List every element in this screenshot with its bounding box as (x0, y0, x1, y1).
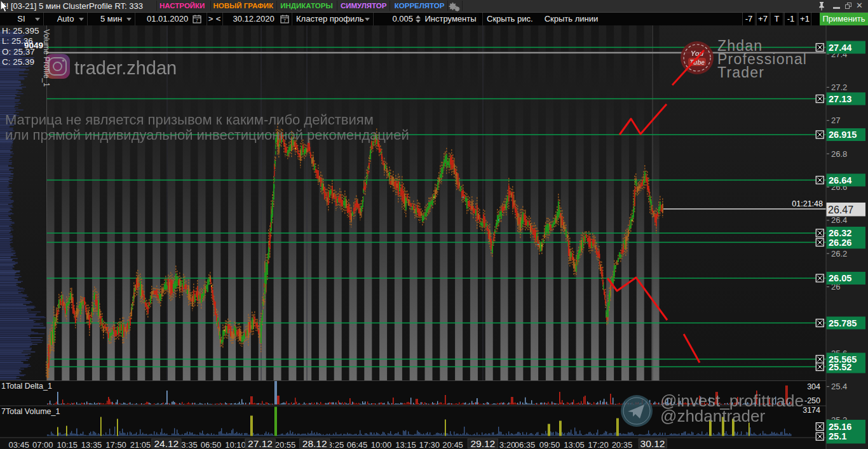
svg-text:trader.zhdan: trader.zhdan (74, 58, 177, 78)
svg-text:26.915: 26.915 (829, 130, 857, 140)
svg-text:17:20: 17:20 (588, 440, 609, 449)
svg-text:29.12: 29.12 (470, 438, 495, 449)
svg-text:06:45: 06:45 (347, 440, 368, 449)
svg-text:26.2: 26.2 (831, 249, 847, 258)
svg-text:26.47: 26.47 (828, 204, 853, 215)
svg-text:26.4: 26.4 (831, 215, 847, 225)
svg-text:28.12: 28.12 (302, 438, 327, 449)
svg-text:@zhdantrader: @zhdantrader (660, 406, 765, 426)
svg-text:06:35: 06:35 (515, 440, 536, 449)
svg-text:17:30: 17:30 (419, 440, 440, 449)
svg-text:20:45: 20:45 (442, 440, 463, 449)
svg-text:3:25: 3:25 (328, 440, 344, 449)
svg-text:27.2: 27.2 (831, 83, 847, 92)
svg-text:13:15: 13:15 (395, 440, 416, 449)
svg-text:3:20: 3:20 (499, 440, 515, 449)
svg-text:10:15: 10:15 (57, 440, 78, 449)
svg-text:26.64: 26.64 (829, 175, 851, 185)
svg-text:7: 7 (196, 18, 198, 22)
svg-text:06:50: 06:50 (201, 440, 222, 449)
svg-text:27.44: 27.44 (829, 43, 851, 53)
svg-text:24.12: 24.12 (154, 438, 179, 449)
svg-text:10:00: 10:00 (371, 440, 392, 449)
svg-text:H: 25.395: H: 25.395 (2, 26, 39, 36)
svg-text:Матрица не является призывом к: Матрица не является призывом к каким-либ… (5, 112, 374, 128)
svg-text:27.13: 27.13 (829, 94, 851, 104)
svg-text:20:55: 20:55 (275, 440, 296, 449)
svg-text:7Total Volume_1: 7Total Volume_1 (1, 407, 60, 416)
svg-text:1Total Delta_1: 1Total Delta_1 (1, 382, 52, 391)
svg-text:Volume Profile_1: Volume Profile_1 (42, 29, 51, 87)
svg-text:26.8: 26.8 (831, 149, 847, 159)
svg-text:30.12: 30.12 (641, 438, 665, 449)
svg-text:Trader: Trader (717, 64, 764, 81)
svg-text:21:05: 21:05 (130, 440, 151, 449)
svg-text:07:00: 07:00 (32, 440, 53, 449)
svg-text:25.4: 25.4 (831, 382, 847, 391)
svg-text:13:35: 13:35 (81, 440, 102, 449)
svg-text:25.52: 25.52 (829, 362, 851, 372)
svg-text:3174: 3174 (803, 406, 820, 415)
svg-text:25.1: 25.1 (829, 431, 846, 441)
svg-text:26.26: 26.26 (829, 238, 851, 248)
svg-text:03:45: 03:45 (8, 440, 29, 449)
svg-text:или прямой индивидуальной инве: или прямой индивидуальной инвестиционной… (5, 127, 409, 143)
svg-text:7: 7 (283, 18, 286, 22)
svg-text:25.16: 25.16 (829, 422, 851, 432)
svg-text:10:10: 10:10 (225, 440, 246, 449)
svg-text:9049: 9049 (24, 41, 43, 50)
svg-text:304: 304 (807, 382, 820, 391)
svg-text:-250: -250 (804, 396, 820, 405)
svg-text:20:35: 20:35 (612, 440, 633, 449)
svg-text:17:50: 17:50 (105, 440, 126, 449)
svg-text:27.12: 27.12 (248, 438, 273, 449)
svg-text:27: 27 (831, 116, 840, 125)
svg-text:13:05: 13:05 (564, 440, 585, 449)
svg-text:26.05: 26.05 (829, 273, 851, 283)
svg-text:C: 25.39: C: 25.39 (2, 57, 34, 67)
svg-text:3:35: 3:35 (181, 440, 197, 449)
svg-text:01:21:48: 01:21:48 (792, 199, 823, 208)
svg-text:09:50: 09:50 (539, 440, 560, 449)
svg-text:25.785: 25.785 (829, 318, 857, 328)
